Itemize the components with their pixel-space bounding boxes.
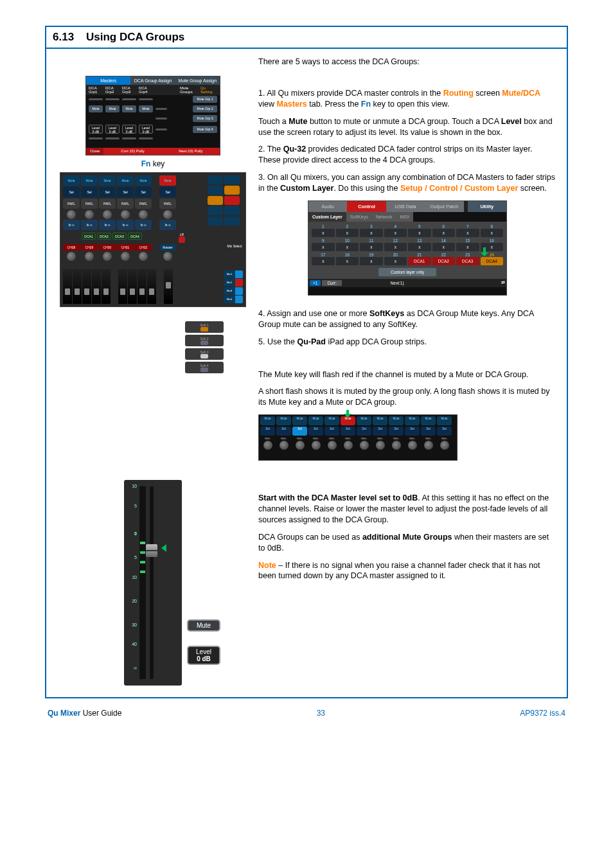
slot-dca1[interactable]: DCA1 (408, 257, 431, 265)
swap-icon[interactable]: ⇄ (501, 280, 505, 285)
subtab-network[interactable]: Network (372, 212, 396, 222)
intro-text: There are 5 ways to access the DCA Group… (258, 57, 556, 67)
section-title: 6.13 Using DCA Groups (53, 31, 560, 44)
dca3-master[interactable]: DCA3 (112, 233, 127, 240)
para-3: 2. The Qu-32 provides dedicated DCA fade… (258, 144, 556, 166)
meter (139, 486, 146, 679)
softkey-b[interactable] (224, 206, 240, 215)
para-5: 4. Assign and use one or more SoftKeys a… (258, 308, 556, 330)
soft-2[interactable]: Soft 2 (185, 335, 224, 346)
tab-dca-assign[interactable]: DCA Group Assign (130, 76, 175, 85)
mute-group-4[interactable]: Mute Grp 4 (193, 126, 217, 133)
fader-cap[interactable] (146, 544, 157, 557)
soft-3[interactable]: Soft 3 (185, 348, 224, 360)
para-8: A short flash shows it is muted by the g… (258, 386, 556, 408)
right-column: There are 5 ways to access the DCA Group… (249, 57, 556, 686)
dca4-level[interactable]: Level0 dB (139, 125, 153, 134)
softkey-5[interactable] (208, 175, 223, 184)
dca1-mute[interactable]: Mute (89, 105, 103, 112)
dca4-master[interactable]: DCA4 (128, 233, 142, 240)
tab-mute-assign[interactable]: Mute Group Assign (175, 76, 220, 85)
tab-audio[interactable]: Audio (308, 201, 347, 212)
dca1-level[interactable]: Level0 dB (89, 125, 103, 134)
tab-output[interactable]: Output Patch (425, 201, 463, 212)
tab-masters[interactable]: Masters (86, 76, 130, 85)
channel-strip-mute-row: MuteSelPAFL MuteSelPAFL MuteSelPAFL Mute… (258, 414, 458, 461)
dca3-mute[interactable]: Mute (122, 105, 136, 112)
softkey-6[interactable] (224, 175, 240, 184)
dca3-level[interactable]: Level0 dB (122, 125, 136, 134)
softkey-d[interactable] (224, 217, 240, 226)
mute-group-2[interactable]: Mute Grp 2 (193, 105, 217, 112)
fader-track (150, 486, 154, 679)
strip-level-box[interactable]: Level 0 dB (187, 646, 220, 665)
dca2-level[interactable]: Level0 dB (105, 125, 120, 134)
softkey-8[interactable] (224, 186, 240, 195)
plus-one-button[interactable]: +1 (310, 280, 321, 286)
fx1-led[interactable] (235, 270, 243, 278)
para-6: 5. Use the Qu-Pad iPad app DCA Group str… (258, 337, 556, 348)
softkeys-block: Soft 1 Soft 2 Soft 3 Soft 4 (185, 321, 224, 373)
dca-master-strip: 10 5 0 5 10 20 30 40 ∞ (124, 480, 182, 686)
strip-mute-button[interactable]: Mute (187, 619, 220, 632)
left-column: Masters DCA Group Assign Mute Group Assi… (57, 57, 249, 686)
fader-pointer-icon (161, 544, 166, 552)
para-11: Note – If there is no signal when you ra… (258, 560, 556, 582)
mix-select-label: Mix Select (226, 244, 243, 261)
subtab-softkeys[interactable]: SoftKeys (346, 212, 372, 222)
mute-group-1[interactable]: Mute Grp 1 (193, 96, 217, 103)
soft-4[interactable]: Soft 4 (185, 362, 224, 373)
soft-1[interactable]: Soft 1 (185, 321, 224, 333)
softkey-10[interactable] (224, 196, 240, 205)
para-1: 1. All Qu mixers provide DCA master cont… (258, 88, 556, 110)
softkey-7[interactable] (208, 186, 223, 195)
dca1-master[interactable]: DCA1 (82, 233, 96, 240)
softkey-9[interactable] (208, 196, 223, 205)
dca2-master[interactable]: DCA2 (97, 233, 111, 240)
close-button[interactable]: Close (86, 148, 103, 155)
custom-layer-only-button[interactable]: Custom layer only (378, 268, 436, 276)
softkey-c[interactable] (208, 217, 223, 226)
lr-select[interactable] (179, 236, 185, 243)
para-2: Touch a Mute button to mute or unmute a … (258, 116, 556, 138)
dca4-mute[interactable]: Mute (139, 105, 153, 112)
softkey-a[interactable] (208, 206, 223, 215)
fx3-led[interactable] (235, 287, 243, 295)
page-footer: Qu Mixer User Guide 33 AP9372 iss.4 (45, 709, 568, 718)
tab-usb[interactable]: USB Data (386, 201, 425, 212)
para-10: DCA Groups can be used as additional Mut… (258, 532, 556, 554)
master-layer-screenshot: MuteSelPAFLIn ∞ MuteSelPAFLIn ∞ MuteSelP… (60, 172, 246, 307)
slot-dca2[interactable]: DCA2 (432, 257, 456, 265)
section-header: 6.13 Using DCA Groups (46, 27, 567, 49)
page-frame: 6.13 Using DCA Groups Masters DCA Group … (45, 26, 568, 698)
dca2-mute[interactable]: Mute (105, 105, 120, 112)
slot-dca4[interactable]: DCA4 (481, 257, 504, 265)
subtab-custom-layer[interactable]: Custom Layer (308, 212, 346, 222)
curr-label: Curr: (322, 280, 341, 286)
arrow-down-icon (481, 247, 488, 256)
mute-group-3[interactable]: Mute Grp 3 (193, 115, 217, 122)
fx2-led[interactable] (235, 279, 243, 287)
slot-dca3[interactable]: DCA3 (456, 257, 479, 265)
tab-utility[interactable]: Utility (468, 201, 506, 212)
para-9: Start with the DCA Master level set to 0… (258, 493, 556, 526)
custom-layer-screenshot: Audio Control USB Data Output Patch Util… (308, 200, 507, 296)
para-4: 3. On all Qu mixers, you can assign any … (258, 172, 556, 194)
fx4-led[interactable] (235, 296, 243, 303)
routing-mute-dca-screenshot: Masters DCA Group Assign Mute Group Assi… (85, 76, 220, 155)
para-7: The Mute key will flash red if the chann… (258, 369, 556, 380)
next-label: Next:1) (391, 281, 404, 285)
fn-key-caption: Fn key (57, 159, 249, 168)
subtab-midi[interactable]: MIDI (396, 212, 413, 222)
tab-control[interactable]: Control (347, 201, 386, 212)
